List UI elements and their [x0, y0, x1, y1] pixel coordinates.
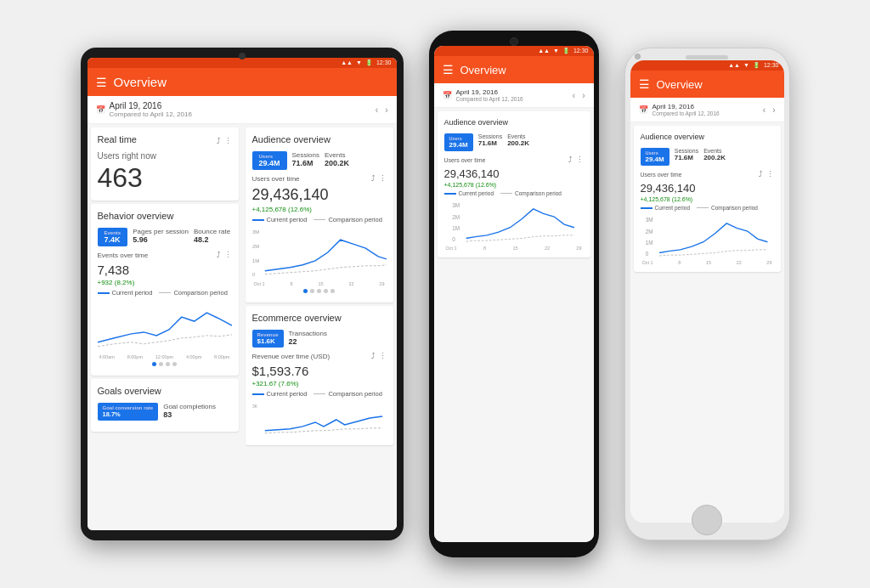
iphone-signal-icon: ▲▲ [728, 62, 740, 69]
tablet-camera [239, 53, 246, 59]
realtime-card: Real time ⤴ ⋮ Users right now 463 [91, 127, 239, 201]
app-content: Real time ⤴ ⋮ Users right now 463 Behavi [88, 124, 397, 530]
behavior-more-icon[interactable]: ⋮ [224, 251, 232, 259]
android-screen: ▲▲ ▼ 🔋 12:30 ☰ Overview 📅 April 19, 2016… [434, 46, 594, 542]
android-calendar-icon: 📅 [443, 91, 452, 99]
android-next-arrow[interactable]: › [582, 91, 585, 100]
iphone-audience-card: Audience overview Users 29.4M Sessions 7… [634, 126, 781, 272]
iphone-battery-icon: 🔋 [753, 62, 760, 69]
goals-title: Goals overview [98, 386, 161, 396]
android-date-sub: Compared to April 12, 2016 [456, 96, 523, 102]
android-audience-title: Audience overview [444, 118, 509, 127]
date-bar: 📅 April 19, 2016 Compared to April 12, 2… [88, 96, 397, 124]
android-audience-card: Audience overview Users 29.4M Sessions 7… [438, 111, 590, 257]
svg-text:3M: 3M [645, 217, 652, 223]
app-topbar: ☰ Overview [88, 68, 397, 96]
next-arrow[interactable]: › [385, 105, 387, 115]
transactions-value: 22 [289, 337, 328, 346]
android-camera [510, 37, 518, 46]
android-status-bar: ▲▲ ▼ 🔋 12:30 [434, 46, 594, 56]
iphone-hamburger-icon[interactable]: ☰ [639, 77, 650, 91]
ecom-overtime-label: Revenue over time (USD) [252, 353, 330, 360]
hamburger-icon[interactable]: ☰ [96, 76, 107, 89]
iphone-date-sub: Compared to April 12, 2016 [652, 110, 720, 116]
behavior-big-number: 7,438 [98, 263, 232, 277]
android-time: 12:30 [573, 48, 589, 54]
audience-overtime-label: Users over time [252, 175, 300, 183]
iphone-status-bar: ▲▲ ▼ 🔋 12:30 [630, 60, 784, 71]
iphone-time: 12:30 [764, 62, 779, 69]
goals-card: Goals overview Goal conversion rate 18.7… [91, 379, 239, 432]
android-more-icon[interactable]: ⋮ [576, 155, 584, 164]
svg-text:3K: 3K [252, 404, 258, 409]
ecom-more-icon[interactable]: ⋮ [379, 352, 387, 360]
realtime-users-value: 463 [98, 162, 232, 194]
prev-arrow[interactable]: ‹ [376, 105, 378, 115]
more-icon[interactable]: ⋮ [224, 137, 232, 145]
app-title: Overview [114, 75, 388, 89]
svg-text:0: 0 [252, 272, 256, 277]
android-hamburger-icon[interactable]: ☰ [443, 63, 454, 76]
pages-label: Pages per session [133, 228, 189, 235]
iphone-prev-arrow[interactable]: ‹ [763, 105, 765, 115]
svg-text:1M: 1M [452, 225, 460, 231]
iphone-more-icon[interactable]: ⋮ [766, 170, 774, 178]
behavior-delta: +932 (8.2%) [98, 279, 232, 286]
ecom-share-icon[interactable]: ⤴ [371, 352, 376, 360]
android-topbar: ☰ Overview [434, 56, 594, 83]
iphone-home-button[interactable] [692, 505, 722, 535]
behavior-card: Behavior overview Events 7.4K Pages per … [91, 204, 239, 376]
svg-text:3M: 3M [252, 229, 259, 235]
android-prev-arrow[interactable]: ‹ [573, 91, 575, 100]
android-users-chip: Users 29.4M [444, 133, 473, 151]
iphone-content: Audience overview Users 29.4M Sessions 7… [630, 122, 784, 523]
audience-card: Audience overview Users 29.4M Sessions 7… [246, 127, 393, 302]
sessions-value: 71.6M [292, 159, 319, 167]
pages-value: 5.96 [133, 235, 189, 244]
android-phone-device: ▲▲ ▼ 🔋 12:30 ☰ Overview 📅 April 19, 2016… [429, 31, 599, 557]
svg-text:0: 0 [452, 236, 455, 242]
tablet-screen: ▲▲ ▼ 🔋 12:30 ☰ Overview 📅 April 19, 2016… [88, 58, 397, 530]
svg-text:2M: 2M [252, 244, 259, 249]
android-date-main: April 19, 2016 [456, 88, 523, 96]
audience-big-number: 29,436,140 [252, 186, 387, 204]
ecommerce-title: Ecommerce overview [252, 313, 342, 323]
sessions-label: Sessions [292, 151, 319, 159]
iphone-calendar-icon: 📅 [639, 105, 648, 114]
android-app-title: Overview [460, 64, 585, 76]
svg-text:2M: 2M [452, 214, 460, 220]
ecom-big-number: $1,593.76 [252, 364, 387, 378]
android-audience-delta: +4,125,678 (12.6%) [444, 182, 584, 188]
iphone-share-icon[interactable]: ⤴ [759, 170, 763, 178]
behavior-share-icon[interactable]: ⤴ [217, 251, 221, 259]
android-audience-chart: 3M 2M 1M 0 [444, 200, 584, 242]
iphone-device: ▲▲ ▼ 🔋 12:30 ☰ Overview 📅 April 19, 2016… [624, 48, 790, 540]
audience-share-icon[interactable]: ⤴ [371, 174, 376, 183]
realtime-users-label: Users right now [98, 151, 232, 161]
realtime-title: Real time [98, 134, 137, 144]
android-date-bar: 📅 April 19, 2016 Compared to April 12, 2… [434, 83, 594, 108]
users-chip: Users 29.4M [252, 151, 287, 170]
iphone-date-main: April 19, 2016 [652, 103, 720, 110]
audience-more-icon[interactable]: ⋮ [379, 174, 387, 183]
iphone-camera [635, 54, 641, 59]
iphone-audience-delta: +4,125,678 (12.6%) [641, 196, 774, 202]
iphone-next-arrow[interactable]: › [772, 105, 775, 115]
bounce-value: 48.2 [194, 235, 230, 244]
events-label: Events [325, 151, 349, 159]
android-audience-number: 29,436,140 [444, 167, 584, 180]
iphone-app-title: Overview [657, 78, 776, 91]
ecommerce-card: Ecommerce overview Revenue $1.6K Transac… [246, 306, 393, 445]
android-battery-icon: 🔋 [562, 48, 570, 54]
calendar-icon: 📅 [96, 105, 105, 114]
share-icon[interactable]: ⤴ [217, 137, 221, 145]
svg-text:1M: 1M [645, 240, 652, 246]
ecom-delta: +321.67 (7.6%) [252, 380, 387, 387]
audience-delta: +4,125,678 (12.6%) [252, 206, 387, 213]
behavior-dots [98, 359, 232, 369]
behavior-title: Behavior overview [98, 211, 174, 221]
iphone-audience-number: 29,436,140 [641, 182, 774, 195]
bounce-label: Bounce rate [194, 228, 230, 235]
android-share-icon[interactable]: ⤴ [568, 155, 573, 164]
svg-text:2M: 2M [645, 229, 652, 235]
